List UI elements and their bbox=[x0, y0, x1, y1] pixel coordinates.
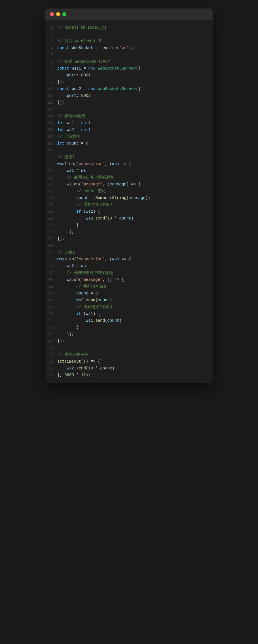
code-line: 15let ws1 = null bbox=[45, 120, 213, 127]
line-number: 40 bbox=[45, 290, 57, 297]
code-line: 51 ws2.send(10 * count) bbox=[45, 365, 213, 372]
close-button[interactable] bbox=[50, 12, 54, 16]
line-number: 30 bbox=[45, 222, 57, 229]
code-line: 22 ws1 = ws bbox=[45, 168, 213, 174]
line-number: 42 bbox=[45, 304, 57, 310]
line-code: // 处理来自客户端的消息 bbox=[57, 174, 209, 181]
line-code: // 执行清空命令 bbox=[57, 283, 209, 290]
code-line: 37 // 处理来自客户端的消息 bbox=[45, 270, 213, 277]
line-number: 50 bbox=[45, 359, 57, 365]
code-line: 36 ws2 = ws bbox=[45, 263, 213, 270]
code-line: 28 if (ws2) { bbox=[45, 208, 213, 215]
code-line: 23 // 处理来自客户端的消息 bbox=[45, 174, 213, 181]
minimize-button[interactable] bbox=[56, 12, 60, 16]
line-code: // 存储ws实例 bbox=[57, 113, 209, 120]
code-line: 44 ws1.send(count) bbox=[45, 317, 213, 324]
code-line: 13 bbox=[45, 106, 213, 113]
code-line: 19 bbox=[45, 147, 213, 154]
line-code: } bbox=[57, 324, 209, 331]
code-line: 1// Nodejs 端 index.js bbox=[45, 24, 213, 31]
line-number: 41 bbox=[45, 297, 57, 304]
line-number: 3 bbox=[45, 38, 57, 45]
code-line: 50setTimeout(() => { bbox=[45, 358, 213, 365]
line-number: 19 bbox=[45, 147, 57, 154]
code-editor-window: 1// Nodejs 端 index.js2 3// 引入 WebSocket … bbox=[45, 9, 213, 383]
code-line: 46 }); bbox=[45, 331, 213, 338]
maximize-button[interactable] bbox=[62, 12, 66, 16]
line-number: 17 bbox=[45, 134, 57, 140]
code-line: 12}); bbox=[45, 99, 213, 106]
code-line: 25 // count 变化 bbox=[45, 188, 213, 195]
line-number: 28 bbox=[45, 209, 57, 215]
line-code bbox=[57, 147, 209, 154]
code-line: 49// 模拟定时任务 bbox=[45, 352, 213, 358]
line-number: 36 bbox=[45, 263, 57, 269]
line-code: const wss2 = new WebSocket.Server({ bbox=[57, 86, 209, 93]
code-line: 38 ws.on('message', () => { bbox=[45, 277, 213, 283]
line-code: setTimeout(() => { bbox=[57, 358, 209, 365]
line-code: } bbox=[57, 222, 209, 229]
code-line: 47}); bbox=[45, 338, 213, 345]
line-number: 51 bbox=[45, 365, 57, 372]
line-number: 12 bbox=[45, 100, 57, 106]
line-number: 35 bbox=[45, 256, 57, 263]
line-code: // Nodejs 端 index.js bbox=[57, 24, 209, 31]
code-line: 5 bbox=[45, 52, 213, 58]
code-line: 41 ws2.send(count) bbox=[45, 297, 213, 304]
line-code: }); bbox=[57, 338, 209, 345]
code-line: 3// 引入 WebSocket 库 bbox=[45, 38, 213, 45]
line-number: 24 bbox=[45, 181, 57, 188]
line-number: 49 bbox=[45, 352, 57, 358]
line-code: ws2.send(10 * count) bbox=[57, 365, 209, 372]
line-number: 38 bbox=[45, 277, 57, 283]
line-number: 37 bbox=[45, 270, 57, 276]
code-line: 34// 连接2 bbox=[45, 249, 213, 256]
line-code: const WebSocket = require('ws'); bbox=[57, 45, 209, 52]
line-code: }); bbox=[57, 99, 209, 106]
code-line: 11 port: 8002 bbox=[45, 93, 213, 99]
line-code: count = Number(String(message)) bbox=[57, 195, 209, 202]
line-number: 52 bbox=[45, 372, 57, 379]
line-code bbox=[57, 52, 209, 58]
line-code: count = 0 bbox=[57, 290, 209, 297]
code-line: 16let ws2 = null bbox=[45, 127, 213, 133]
line-code: // 通知连接2的页面 bbox=[57, 202, 209, 208]
line-code: ws2.send(10 * count) bbox=[57, 215, 209, 222]
code-line: 32}); bbox=[45, 236, 213, 242]
line-number: 44 bbox=[45, 318, 57, 324]
line-code bbox=[57, 345, 209, 352]
line-number: 7 bbox=[45, 66, 57, 72]
line-code bbox=[57, 31, 209, 38]
line-number: 39 bbox=[45, 284, 57, 290]
line-number: 45 bbox=[45, 325, 57, 331]
line-number: 2 bbox=[45, 32, 57, 38]
line-code: if (ws2) { bbox=[57, 208, 209, 215]
line-number: 13 bbox=[45, 106, 57, 113]
line-code: // 处理来自客户端的消息 bbox=[57, 270, 209, 277]
line-number: 14 bbox=[45, 113, 57, 120]
code-line: 9}); bbox=[45, 79, 213, 86]
code-line: 43 if (ws1) { bbox=[45, 311, 213, 317]
line-number: 31 bbox=[45, 229, 57, 235]
line-code bbox=[57, 106, 209, 113]
line-number: 8 bbox=[45, 72, 57, 79]
line-code: const wss1 = new WebSocket.Server({ bbox=[57, 65, 209, 72]
line-number: 32 bbox=[45, 236, 57, 242]
titlebar bbox=[45, 9, 213, 20]
line-number: 1 bbox=[45, 25, 57, 31]
line-number: 26 bbox=[45, 195, 57, 201]
line-number: 33 bbox=[45, 243, 57, 249]
line-number: 18 bbox=[45, 141, 57, 147]
line-number: 11 bbox=[45, 93, 57, 99]
line-number: 25 bbox=[45, 188, 57, 195]
line-code: // 模拟定时任务 bbox=[57, 352, 209, 358]
line-code: ws1.send(count) bbox=[57, 317, 209, 324]
line-number: 15 bbox=[45, 120, 57, 126]
code-line: 7const wss1 = new WebSocket.Server({ bbox=[45, 65, 213, 72]
line-code: // 引入 WebSocket 库 bbox=[57, 38, 209, 45]
line-number: 4 bbox=[45, 45, 57, 51]
line-number: 10 bbox=[45, 86, 57, 92]
line-code: // count 变化 bbox=[57, 188, 209, 195]
line-code: wss1.on('connection', (ws) => { bbox=[57, 161, 209, 168]
line-number: 6 bbox=[45, 59, 57, 65]
